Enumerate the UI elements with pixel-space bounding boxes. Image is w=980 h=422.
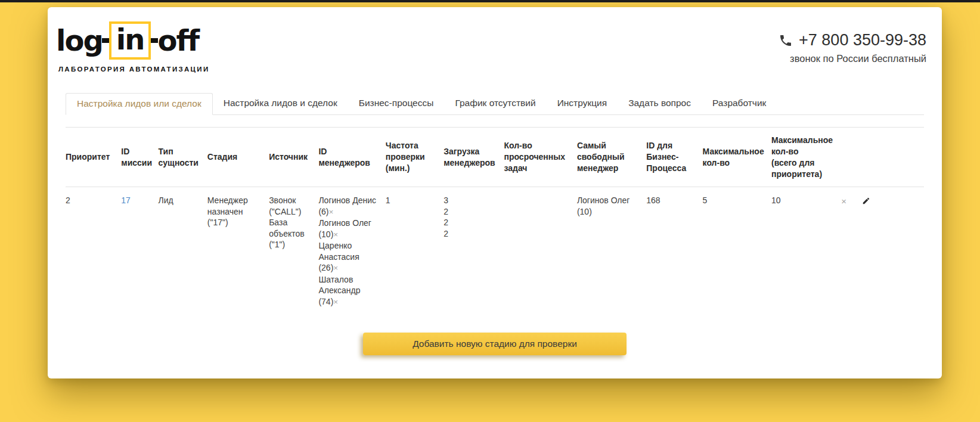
- table-header-row: Приоритет ID миссии Тип сущности Стадия …: [66, 128, 924, 187]
- phone-note: звонок по России бесплатный: [779, 53, 926, 64]
- column-header-manager-ids: ID менеджеров: [318, 128, 385, 187]
- tab-business-processes[interactable]: Бизнес-процессы: [348, 93, 445, 114]
- manager-label: Шаталов Александр (74): [318, 275, 360, 306]
- cell-max-count-total: 10: [771, 187, 834, 308]
- cell-overdue-tasks: [504, 187, 576, 308]
- column-header-entity-type: Тип сущности: [159, 128, 207, 187]
- column-header-max-count-total: Максимальное кол-во (всего для приоритет…: [771, 128, 834, 187]
- tab-leads-and-deals-settings[interactable]: Настройка лидов и сделок: [213, 93, 348, 114]
- cell-business-process-id: 168: [646, 187, 702, 308]
- column-header-overdue-tasks: Кол-во просроченных задач: [504, 128, 576, 187]
- manager-chip: Шаталов Александр (74)×: [318, 274, 377, 308]
- remove-manager-icon[interactable]: ×: [333, 263, 338, 272]
- phone-number: +7 800 350-99-38: [779, 31, 926, 49]
- cell-entity-type: Лид: [159, 187, 207, 308]
- column-header-actions: [834, 128, 924, 187]
- cell-actions: ×: [834, 187, 924, 308]
- logo: log in off ЛАБОРАТОРИЯ АВТОМАТИЗАЦИИ: [56, 21, 209, 73]
- source-item: База объектов ("1"): [269, 217, 310, 250]
- mission-id-link[interactable]: 17: [121, 196, 131, 205]
- column-header-max-count: Максимальное кол-во: [703, 128, 771, 187]
- logo-word-in: in: [116, 25, 144, 54]
- cell-manager-ids: Логинов Денис (6)× Логинов Олег (10)× Ца…: [318, 187, 385, 308]
- logo-word-log: log: [56, 26, 103, 55]
- load-value: 2: [444, 206, 495, 218]
- table-row: 2 17 Лид Менеджер назначен ("17") Звонок…: [66, 187, 924, 308]
- cell-manager-load: 3 2 2 2: [444, 187, 504, 308]
- column-header-source: Источник: [269, 128, 318, 187]
- remove-manager-icon[interactable]: ×: [333, 297, 338, 306]
- tab-leads-or-deals-settings[interactable]: Настройка лидов или сделок: [66, 93, 213, 115]
- cell-max-count: 5: [703, 187, 771, 308]
- edit-stage-icon[interactable]: [862, 197, 870, 208]
- tab-instruction[interactable]: Инструкция: [547, 93, 618, 114]
- logo-tagline: ЛАБОРАТОРИЯ АВТОМАТИЗАЦИИ: [58, 66, 209, 73]
- tab-ask-question[interactable]: Задать вопрос: [618, 93, 702, 114]
- remove-manager-icon[interactable]: ×: [329, 207, 334, 216]
- main-panel: log in off ЛАБОРАТОРИЯ АВТОМАТИЗАЦИИ +7 …: [48, 7, 942, 378]
- add-stage-button[interactable]: Добавить новую стадию для проверки: [363, 333, 627, 355]
- manager-chip: Логинов Олег (10)×: [318, 218, 377, 240]
- cell-priority: 2: [66, 187, 121, 308]
- phone-icon: [779, 33, 793, 48]
- manager-label: Логинов Денис (6): [318, 196, 376, 216]
- load-value: 2: [444, 228, 495, 240]
- logo-in-box: in: [109, 21, 151, 60]
- source-item: Звонок ("CALL"): [269, 195, 310, 217]
- manager-label: Логинов Олег (10): [318, 218, 371, 239]
- phone-block: +7 800 350-99-38 звонок по России беспла…: [779, 21, 926, 64]
- load-value: 3: [444, 195, 495, 206]
- stages-table-wrap: Приоритет ID миссии Тип сущности Стадия …: [66, 127, 924, 308]
- column-header-business-process-id: ID для Бизнес-Процесса: [646, 128, 702, 187]
- tab-developer[interactable]: Разработчик: [702, 93, 777, 114]
- column-header-most-free-manager: Самый свободный менеджер: [577, 128, 646, 187]
- cell-stage: Менеджер назначен ("17"): [207, 187, 269, 308]
- stages-table: Приоритет ID миссии Тип сущности Стадия …: [66, 127, 924, 308]
- tab-bar: Настройка лидов или сделок Настройка лид…: [66, 93, 924, 115]
- logo-wordmark: log in off: [56, 21, 209, 60]
- column-header-check-frequency: Частота проверки (мин.): [386, 128, 444, 187]
- cell-source: Звонок ("CALL") База объектов ("1"): [269, 187, 318, 308]
- button-row: Добавить новую стадию для проверки: [48, 333, 942, 355]
- page-header: log in off ЛАБОРАТОРИЯ АВТОМАТИЗАЦИИ +7 …: [48, 7, 942, 73]
- manager-chip: Царенко Анастасия (26)×: [318, 240, 377, 274]
- column-header-mission-id: ID миссии: [121, 128, 158, 187]
- remove-manager-icon[interactable]: ×: [333, 230, 338, 239]
- manager-chip: Логинов Денис (6)×: [318, 195, 377, 218]
- cell-most-free-manager: Логинов Олег (10): [577, 187, 646, 308]
- tab-absence-schedule[interactable]: График отсутствий: [444, 93, 546, 114]
- delete-stage-icon[interactable]: ×: [841, 196, 846, 207]
- cell-mission-id: 17: [121, 187, 158, 308]
- load-value: 2: [444, 217, 495, 228]
- phone-number-text: +7 800 350-99-38: [799, 31, 926, 49]
- logo-word-off: off: [157, 26, 199, 55]
- column-header-manager-load: Загрузка менеджеров: [444, 128, 504, 187]
- logo-dash: [102, 38, 109, 43]
- window-top-edge: [0, 0, 980, 2]
- column-header-priority: Приоритет: [66, 128, 121, 187]
- column-header-stage: Стадия: [207, 128, 269, 187]
- cell-check-frequency: 1: [386, 187, 444, 308]
- manager-label: Царенко Анастасия (26): [318, 241, 359, 272]
